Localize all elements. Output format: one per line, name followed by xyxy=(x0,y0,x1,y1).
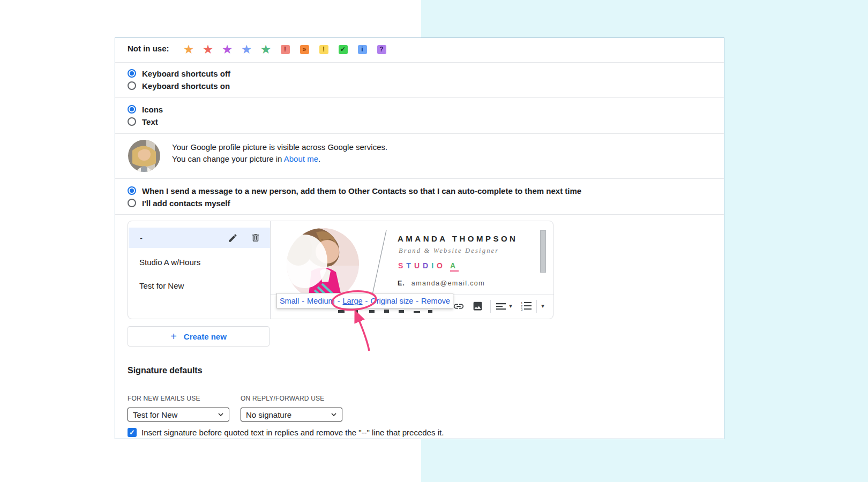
radio-autocomplete-contacts[interactable]: When I send a message to a new person, a… xyxy=(128,185,581,196)
resize-large-link[interactable]: Large xyxy=(342,297,362,305)
radio-button-labels-icons[interactable]: Icons xyxy=(128,104,163,115)
resize-original-size-link[interactable]: Original size xyxy=(370,297,413,305)
hidden-toolbar-icon xyxy=(369,310,375,313)
orange-guillemet-badge-icon[interactable]: » xyxy=(300,45,309,54)
create-new-signature-button[interactable]: + Create new xyxy=(128,326,270,347)
radio-label[interactable]: When I send a message to a new person, a… xyxy=(142,186,581,195)
profile-line2: You can change your picture in xyxy=(172,154,284,163)
star-orange-icon[interactable]: ★ xyxy=(183,43,194,56)
profile-line2-period: . xyxy=(318,154,320,163)
editor-scrollbar-thumb[interactable] xyxy=(540,230,546,273)
numbered-list-button[interactable]: 1 2 3 xyxy=(520,300,532,311)
selected-value: Test for New xyxy=(133,410,177,419)
resize-separator: - xyxy=(365,297,368,305)
section-divider xyxy=(115,133,724,134)
hidden-toolbar-icon xyxy=(384,310,389,313)
hidden-toolbar-icon xyxy=(428,310,432,313)
radio-keyboard-shortcuts-off[interactable]: Keyboard shortcuts off xyxy=(128,68,230,79)
radio-add-contacts-myself[interactable]: I'll add contacts myself xyxy=(128,198,230,208)
delete-signature-button[interactable] xyxy=(250,232,261,244)
green-check-badge-icon[interactable]: ✓ xyxy=(339,45,348,54)
checkbox-checked-icon[interactable]: ✓ xyxy=(128,428,137,437)
radio-label[interactable]: Text xyxy=(142,117,158,126)
profile-picture-text: Your Google profile picture is visible a… xyxy=(172,141,387,165)
red-bang-badge-icon[interactable]: ! xyxy=(281,45,290,54)
star-red-icon[interactable]: ★ xyxy=(203,43,214,56)
checkbox-label[interactable]: Insert signature before quoted text in r… xyxy=(141,428,444,437)
align-button[interactable] xyxy=(496,302,506,311)
logo-letter: U xyxy=(414,261,423,270)
gmail-settings-panel: Not in use: ★ ★ ★ ★ ★ ! » ! ✓ i ? Keyboa… xyxy=(115,37,724,439)
resize-remove-link[interactable]: Remove xyxy=(421,297,450,305)
chevron-down-icon: ▾ xyxy=(541,303,544,309)
logo-letter: T xyxy=(406,261,414,270)
purple-question-badge-icon[interactable]: ? xyxy=(377,45,386,54)
radio-unselected-icon[interactable] xyxy=(128,117,136,126)
chevron-down-icon xyxy=(331,412,337,417)
more-formatting-button[interactable]: ▾ xyxy=(541,303,544,309)
signature-photo xyxy=(287,228,359,300)
email-value: amanda@email.com xyxy=(411,280,485,287)
pencil-icon xyxy=(228,233,238,243)
chevron-down-icon: ▾ xyxy=(509,303,512,309)
logo-letter: D xyxy=(423,261,431,270)
signature-image[interactable] xyxy=(287,228,359,300)
insert-link-button[interactable] xyxy=(453,300,465,312)
resize-small-link[interactable]: Small xyxy=(280,297,299,305)
svg-text:3: 3 xyxy=(521,308,523,311)
resize-medium-link[interactable]: Medium xyxy=(307,297,335,305)
radio-keyboard-shortcuts-on[interactable]: Keyboard shortcuts on xyxy=(128,80,230,91)
logo-letter-a-underlined: A xyxy=(450,261,459,272)
signature-item-label[interactable]: - xyxy=(140,234,143,243)
radio-selected-icon[interactable] xyxy=(128,186,136,195)
numbered-list-icon: 1 2 3 xyxy=(520,300,532,311)
blue-info-badge-icon[interactable]: i xyxy=(358,45,367,54)
radio-selected-icon[interactable] xyxy=(128,105,136,114)
radio-label[interactable]: Keyboard shortcuts off xyxy=(142,69,230,78)
plus-icon: + xyxy=(170,331,177,342)
resize-separator: - xyxy=(416,297,418,305)
signature-item-dash[interactable]: - xyxy=(129,228,270,248)
star-blue-icon[interactable]: ★ xyxy=(241,43,252,56)
radio-button-labels-text[interactable]: Text xyxy=(128,116,158,127)
section-divider xyxy=(115,178,724,179)
annotation-arrow xyxy=(356,314,369,351)
section-divider xyxy=(115,97,724,98)
insert-image-button[interactable] xyxy=(472,300,483,312)
star-purple-icon[interactable]: ★ xyxy=(222,43,233,56)
profile-line1: Your Google profile picture is visible a… xyxy=(172,142,387,152)
hidden-toolbar-icon xyxy=(399,310,404,313)
star-green-icon[interactable]: ★ xyxy=(260,43,272,56)
signature-email-text: E.amanda@email.com xyxy=(398,280,485,287)
signature-name-text: AMANDA THOMPSON xyxy=(398,234,518,243)
toolbar-separator xyxy=(490,300,491,313)
radio-label[interactable]: Keyboard shortcuts on xyxy=(142,81,230,91)
radio-selected-icon[interactable] xyxy=(128,69,136,78)
logo-letter: I xyxy=(431,261,437,270)
radio-unselected-icon[interactable] xyxy=(128,81,136,90)
selected-value: No signature xyxy=(246,410,291,419)
new-emails-signature-select[interactable]: Test for New xyxy=(128,408,229,421)
signature-item-studio-a[interactable]: Studio A w/Hours xyxy=(139,258,200,267)
profile-avatar-image xyxy=(128,140,160,172)
signature-role-text: Brand & Website Designer xyxy=(399,247,499,255)
yellow-bang-badge-icon[interactable]: ! xyxy=(319,45,328,54)
insert-signature-before-quoted-checkbox-row[interactable]: ✓ Insert signature before quoted text in… xyxy=(128,428,444,437)
about-me-link[interactable]: About me xyxy=(284,154,318,163)
reply-forward-signature-select[interactable]: No signature xyxy=(241,408,342,421)
align-dropdown-button[interactable]: ▾ xyxy=(509,303,512,309)
hidden-toolbar-icon xyxy=(338,310,345,313)
studio-a-logo: STUDIOA xyxy=(398,261,459,270)
signature-item-test-for-new[interactable]: Test for New xyxy=(139,281,184,290)
section-divider xyxy=(115,62,724,63)
radio-unselected-icon[interactable] xyxy=(128,199,136,207)
edit-signature-button[interactable] xyxy=(227,232,238,244)
section-divider xyxy=(115,214,724,215)
resize-separator: - xyxy=(338,297,340,305)
chevron-down-icon xyxy=(218,412,224,417)
radio-label[interactable]: I'll add contacts myself xyxy=(142,199,230,208)
image-icon xyxy=(472,300,483,312)
email-label: E. xyxy=(398,280,405,287)
radio-label[interactable]: Icons xyxy=(142,105,163,114)
logo-letter: O xyxy=(437,261,446,270)
